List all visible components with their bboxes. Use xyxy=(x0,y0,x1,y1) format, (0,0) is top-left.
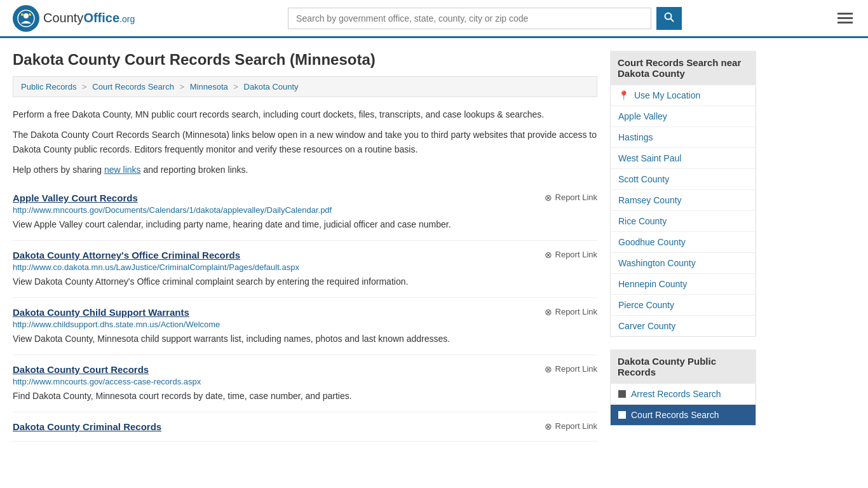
sidebar-nearby-item-10[interactable]: Pierce County xyxy=(611,295,756,316)
pr-link-0[interactable]: Arrest Records Search xyxy=(631,389,721,399)
record-desc-3: Find Dakota County, Minnesota court reco… xyxy=(13,390,597,403)
public-records-section: Dakota County Public Records Arrest Reco… xyxy=(610,349,756,426)
svg-line-5 xyxy=(671,18,674,22)
sidebar-nearby-item-5[interactable]: Ramsey County xyxy=(611,190,756,211)
nearby-link-9[interactable]: Hennepin County xyxy=(618,279,687,289)
record-item: Dakota County Court Records ⊗ Report Lin… xyxy=(13,355,597,412)
search-button[interactable] xyxy=(656,7,682,30)
record-item: Dakota County Child Support Warrants ⊗ R… xyxy=(13,298,597,355)
record-url-2[interactable]: http://www.childsupport.dhs.state.mn.us/… xyxy=(13,320,597,329)
breadcrumb: Public Records > Court Records Search > … xyxy=(13,76,597,97)
nearby-link-1[interactable]: Apple Valley xyxy=(618,111,667,121)
site-header: CountyOffice.org xyxy=(0,0,868,38)
logo-area: CountyOffice.org xyxy=(13,5,135,32)
content-area: Dakota County Court Records Search (Minn… xyxy=(13,51,597,442)
pr-link-1[interactable]: Court Records Search xyxy=(631,410,719,420)
breadcrumb-minnesota[interactable]: Minnesota xyxy=(190,82,228,92)
public-records-header: Dakota County Public Records xyxy=(610,349,756,384)
nearby-link-2[interactable]: Hastings xyxy=(618,132,653,142)
nearby-link-3[interactable]: West Saint Paul xyxy=(618,153,681,163)
svg-point-2 xyxy=(21,13,24,16)
sidebar-nearby-item-6[interactable]: Rice County xyxy=(611,211,756,232)
intro-paragraph-1: Perform a free Dakota County, MN public … xyxy=(13,107,597,121)
sidebar-nearby-item-11[interactable]: Carver County xyxy=(611,316,756,336)
sidebar-nearby-item-0[interactable]: 📍Use My Location xyxy=(611,85,756,106)
search-area xyxy=(288,7,682,30)
nearby-link-8[interactable]: Washington County xyxy=(618,258,696,268)
logo-text: CountyOffice.org xyxy=(43,11,135,25)
record-title-0[interactable]: Apple Valley Court Records xyxy=(13,193,138,203)
menu-button[interactable] xyxy=(835,10,855,26)
report-link-3[interactable]: ⊗ Report Link xyxy=(545,364,597,374)
nearby-list: 📍Use My LocationApple ValleyHastingsWest… xyxy=(610,85,756,337)
nearby-header: Court Records Search near Dakota County xyxy=(610,51,756,85)
breadcrumb-dakota-county[interactable]: Dakota County xyxy=(244,82,299,92)
sidebar-nearby-item-4[interactable]: Scott County xyxy=(611,169,756,190)
record-url-3[interactable]: http://www.mncourts.gov/access-case-reco… xyxy=(13,377,597,386)
breadcrumb-court-records[interactable]: Court Records Search xyxy=(92,82,174,92)
sidebar-nearby-item-3[interactable]: West Saint Paul xyxy=(611,148,756,169)
nearby-link-6[interactable]: Rice County xyxy=(618,216,667,226)
records-list: Apple Valley Court Records ⊗ Report Link… xyxy=(13,184,597,442)
report-icon-2: ⊗ xyxy=(545,307,552,317)
main-container: Dakota County Court Records Search (Minn… xyxy=(0,38,868,454)
svg-point-3 xyxy=(29,13,31,16)
record-desc-1: View Dakota County Attorney's Office cri… xyxy=(13,275,597,288)
record-url-1[interactable]: http://www.co.dakota.mn.us/LawJustice/Cr… xyxy=(13,262,597,272)
sidebar-nearby-item-2[interactable]: Hastings xyxy=(611,127,756,148)
public-records-list: Arrest Records SearchCourt Records Searc… xyxy=(610,384,756,426)
report-icon-0: ⊗ xyxy=(545,193,552,203)
record-item: Dakota County Attorney's Office Criminal… xyxy=(13,241,597,298)
new-links-link[interactable]: new links xyxy=(104,165,141,175)
record-title-3[interactable]: Dakota County Court Records xyxy=(13,364,149,375)
report-icon-1: ⊗ xyxy=(545,250,552,260)
record-title-2[interactable]: Dakota County Child Support Warrants xyxy=(13,307,189,318)
svg-point-4 xyxy=(665,13,672,19)
report-link-0[interactable]: ⊗ Report Link xyxy=(545,193,597,203)
intro-paragraph-2: The Dakota County Court Records Search (… xyxy=(13,128,597,156)
svg-point-1 xyxy=(24,13,29,18)
report-link-1[interactable]: ⊗ Report Link xyxy=(545,250,597,260)
use-my-location-link[interactable]: Use My Location xyxy=(634,90,700,100)
nearby-link-11[interactable]: Carver County xyxy=(618,321,675,331)
search-input[interactable] xyxy=(288,8,651,29)
nearby-link-5[interactable]: Ramsey County xyxy=(618,195,682,205)
record-item: Dakota County Criminal Records ⊗ Report … xyxy=(13,412,597,442)
report-link-2[interactable]: ⊗ Report Link xyxy=(545,307,597,317)
record-url-0[interactable]: http://www.mncourts.gov/Documents/Calend… xyxy=(13,205,597,215)
intro-paragraph-3: Help others by sharing new links and rep… xyxy=(13,163,597,177)
nearby-link-4[interactable]: Scott County xyxy=(618,174,669,184)
sidebar-pr-item-0[interactable]: Arrest Records Search xyxy=(611,384,756,405)
record-title-4[interactable]: Dakota County Criminal Records xyxy=(13,421,161,432)
sidebar-pr-item-1[interactable]: Court Records Search xyxy=(611,405,756,425)
nearby-link-7[interactable]: Goodhue County xyxy=(618,237,686,247)
active-icon-1 xyxy=(618,411,626,419)
record-title-1[interactable]: Dakota County Attorney's Office Criminal… xyxy=(13,250,240,261)
record-desc-0: View Apple Valley court calendar, includ… xyxy=(13,218,597,231)
logo-icon xyxy=(13,5,39,32)
report-icon-3: ⊗ xyxy=(545,364,552,374)
sidebar: Court Records Search near Dakota County … xyxy=(610,51,756,442)
page-title: Dakota County Court Records Search (Minn… xyxy=(13,51,597,69)
record-item: Apple Valley Court Records ⊗ Report Link… xyxy=(13,184,597,241)
record-desc-2: View Dakota County, Minnesota child supp… xyxy=(13,332,597,346)
breadcrumb-public-records[interactable]: Public Records xyxy=(21,82,76,92)
nearby-link-10[interactable]: Pierce County xyxy=(618,300,674,310)
header-right xyxy=(835,10,855,26)
sidebar-nearby-item-1[interactable]: Apple Valley xyxy=(611,106,756,127)
location-dot-icon: 📍 xyxy=(618,90,629,100)
report-icon-4: ⊗ xyxy=(545,421,552,431)
sidebar-nearby-item-8[interactable]: Washington County xyxy=(611,253,756,274)
normal-icon-0 xyxy=(618,390,626,398)
sidebar-nearby-item-9[interactable]: Hennepin County xyxy=(611,274,756,295)
sidebar-nearby-item-7[interactable]: Goodhue County xyxy=(611,232,756,253)
report-link-4[interactable]: ⊗ Report Link xyxy=(545,421,597,431)
nearby-section: Court Records Search near Dakota County … xyxy=(610,51,756,337)
